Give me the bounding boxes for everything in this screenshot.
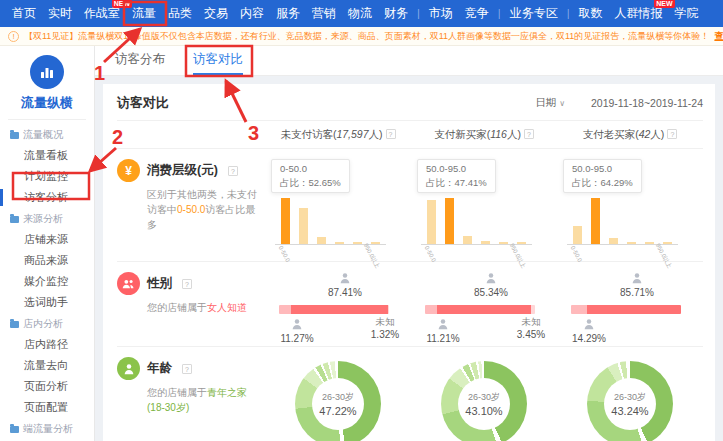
bar [481,241,490,244]
top-nav: 首页实时作战室NEW流量品类交易内容服务营销物流财务|市场竞争|业务专区|取数人… [0,0,723,27]
bar [281,198,290,244]
content-card: 访客对比 日期∨ 2019-11-18~2019-11-24 未支付访客(17,… [103,84,715,441]
metric-row-age: 年龄?您的店铺属于青年之家(18-30岁)26-30岁47.22%26-30岁4… [117,346,703,441]
help-icon[interactable]: ? [524,129,534,139]
male-icon [267,318,327,332]
sidebar-section-label: 流量概况 [23,129,63,141]
female-icon [602,272,672,286]
female-percent: 87.41% [328,287,362,298]
bar [499,242,508,244]
nav-item-内容[interactable]: 内容 [234,0,270,27]
male-percent: 11.27% [280,333,313,344]
female-icon [310,272,380,286]
sidebar-section-端流量分析[interactable]: 端流量分析 [0,418,94,439]
sidebar-item-访客分析[interactable]: 访客分析 [0,187,94,208]
unknown-label: 未知 [505,316,557,329]
bar [353,242,362,244]
row-label-age: 年龄?您的店铺属于青年之家(18-30岁) [117,357,265,441]
folder-icon [10,426,19,433]
nav-separator: | [495,0,504,27]
donut-center: 26-30岁43.24% [604,378,656,430]
sidebar-section-label: 店内分析 [23,318,63,330]
male-percent: 14.29% [572,333,606,344]
folder-icon [10,321,19,328]
row-description: 您的店铺属于女人知道 [147,300,259,315]
notice-link[interactable]: 查看详情 [714,30,723,43]
age-icon [117,357,140,380]
tab-bar: 访客分布访客对比 [95,46,723,76]
donut-center-value: 43.24% [611,405,648,417]
sidebar-item-媒介监控[interactable]: 媒介监控 [0,271,94,292]
female-stat: 85.34% [456,272,526,298]
nav-item-实时[interactable]: 实时 [42,0,78,27]
nav-item-交易[interactable]: 交易 [198,0,234,27]
app-logo-icon [30,55,64,89]
nav-item-首页[interactable]: 首页 [6,0,42,27]
axis-label: 0-50.0 [424,245,437,263]
sidebar-section-店内分析[interactable]: 店内分析 [0,313,94,334]
sidebar-item-店内路径[interactable]: 店内路径 [0,334,94,355]
help-icon[interactable]: ? [182,279,192,289]
main-area: 访客分布访客对比 访客对比 日期∨ 2019-11-18~2019-11-24 … [95,46,723,441]
female-icon [456,272,526,286]
nav-item-财务[interactable]: 财务 [378,0,414,27]
unknown-percent: 1.32% [371,329,399,340]
sidebar-item-流量去向[interactable]: 流量去向 [0,355,94,376]
male-stat: 14.29% [559,318,619,344]
consume-icon: ¥ [117,159,140,182]
sidebar-item-计划监控[interactable]: 计划监控 [0,166,94,187]
help-icon[interactable]: ? [667,129,677,139]
app-screen: 首页实时作战室NEW流量品类交易内容服务营销物流财务|市场竞争|业务专区|取数人… [0,0,723,441]
sidebar-item-页面分析[interactable]: 页面分析 [0,376,94,397]
donut-chart: 26-30岁43.24% [587,361,673,441]
nav-item-学院[interactable]: 学院 [669,0,705,27]
consumption-chart-3: 50.0-95.0占比：64.29%0-50.0950.0以上 [557,159,703,261]
folder-icon [10,216,19,223]
help-icon[interactable]: ? [386,129,396,139]
unknown-stat: 未知3.45% [505,316,557,340]
sidebar-item-商品来源[interactable]: 商品来源 [0,250,94,271]
nav-item-流量[interactable]: 流量 [126,0,162,27]
app-title: 流量纵横 [0,94,94,112]
nav-item-市场[interactable]: 市场 [423,0,459,27]
help-icon[interactable]: ? [182,364,192,374]
bar [317,237,326,244]
consumption-chart-1: 0-50.0占比：52.65%0-50.0950.0以上 [265,159,411,261]
column-header-3: 支付老买家(42人)? [557,120,703,148]
axis-label: 0-50.0 [278,245,291,263]
male-icon [559,318,619,332]
nav-item-业务专区[interactable]: 业务专区 [504,0,564,27]
gender-icon [117,272,140,295]
sidebar-section-流量概况[interactable]: 流量概况 [0,124,94,145]
bar [591,198,600,244]
nav-item-服务[interactable]: 服务 [270,0,306,27]
bar-chart [275,197,386,245]
nav-item-竞争[interactable]: 竞争 [459,0,495,27]
gender-chart-1: 87.41%11.27%未知1.32% [265,272,411,346]
help-icon[interactable]: ? [228,166,238,176]
sidebar-section-来源分析[interactable]: 来源分析 [0,208,94,229]
axis-label: 0-50.0 [570,245,583,263]
chart-tooltip: 50.0-95.0占比：47.41% [417,159,496,193]
gender-chart-2: 85.34%11.21%未知3.45% [411,272,557,346]
donut-center-label: 26-30岁 [468,391,500,404]
sidebar-item-店铺来源[interactable]: 店铺来源 [0,229,94,250]
tab-访客对比[interactable]: 访客对比 [193,51,243,75]
sidebar-item-流量看板[interactable]: 流量看板 [0,145,94,166]
nav-item-品类[interactable]: 品类 [162,0,198,27]
sidebar-item-选词助手[interactable]: 选词助手 [0,292,94,313]
nav-item-作战室[interactable]: 作战室NEW [78,0,126,27]
donut-center: 26-30岁47.22% [312,378,364,430]
nav-item-营销[interactable]: 营销 [306,0,342,27]
date-range[interactable]: 2019-11-18~2019-11-24 [591,97,703,109]
nav-item-人群情报[interactable]: 人群情报NEW [609,0,669,27]
row-label-consume: ¥消费层级(元)?区别于其他两类，未支付访客中0-50.0访客占比最多 [117,159,265,261]
nav-item-物流[interactable]: 物流 [342,0,378,27]
tab-访客分布[interactable]: 访客分布 [115,51,165,75]
nav-item-取数[interactable]: 取数 [573,0,609,27]
bar [335,242,344,244]
bar [427,200,436,244]
female-segment [437,305,531,314]
sidebar-item-页面配置[interactable]: 页面配置 [0,397,94,418]
date-dropdown[interactable]: 日期∨ [535,96,565,110]
